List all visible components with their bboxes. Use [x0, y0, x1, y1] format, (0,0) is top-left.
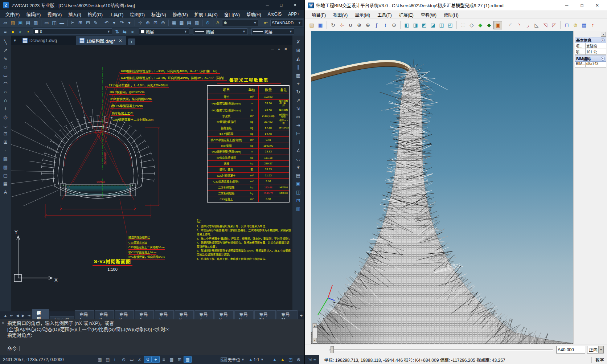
polygon-icon[interactable]: ◇ — [1, 63, 10, 71]
station-slider-track[interactable] — [329, 349, 553, 351]
list-menu-icon[interactable]: ≡ — [313, 358, 316, 362]
close-button[interactable]: ✕ — [289, 1, 301, 9]
zoom-realtime-icon[interactable]: ⊕ — [144, 19, 152, 26]
cut-icon[interactable]: ✂ — [69, 19, 77, 26]
direction-dropdown[interactable]: 正向 ▼ — [587, 346, 604, 353]
mtext-icon[interactable]: A — [1, 188, 10, 196]
maximize-button[interactable]: □ — [575, 1, 589, 10]
view-left-icon[interactable]: ◩ — [420, 21, 428, 29]
prev-layout-icon[interactable]: ◀ — [15, 314, 20, 318]
orbit-icon[interactable]: ↻ — [329, 21, 337, 29]
command-line-panel[interactable]: ✕ 指定窗口的角点，输入比例因子 (nX 或 nXP)，或者[全部(A)/中心(… — [0, 319, 304, 355]
redo-icon[interactable]: ↷ — [118, 19, 126, 26]
layout-expand-icon[interactable]: ▲ — [2, 314, 9, 318]
auto-scale-icon[interactable]: ▲ — [279, 356, 287, 363]
light-icon[interactable]: ⊚ — [571, 21, 580, 29]
station-slider-thumb[interactable] — [331, 346, 334, 353]
snap-icon[interactable]: ▤ — [104, 356, 112, 363]
spline-icon[interactable]: ≀ — [1, 105, 10, 113]
copy-icon[interactable]: ⊞ — [294, 46, 303, 54]
paste-icon[interactable]: ⊟ — [84, 19, 92, 26]
zoom-window-icon[interactable]: ⊡ — [152, 19, 159, 26]
zwcad-menu-10[interactable]: 窗口(W) — [221, 11, 243, 18]
slope-edit-icon[interactable]: ◹ — [541, 21, 550, 29]
bim-menu-4[interactable]: 扩展(E) — [395, 11, 417, 19]
bim-menu-5[interactable]: 查看(W) — [417, 11, 440, 19]
mirror-icon[interactable]: ◭ — [294, 54, 303, 63]
zwcad-menu-5[interactable]: 工具(T) — [106, 11, 127, 18]
open-file-icon[interactable]: ▨ — [9, 19, 17, 26]
road-model-icon[interactable]: ◜ — [506, 21, 515, 29]
ellipse-icon[interactable]: ◎ — [1, 113, 10, 121]
viewport-scrollbar[interactable]: ▲ ▼ — [312, 323, 317, 343]
fillet-icon[interactable]: ◡ — [294, 155, 303, 163]
sheet-icon[interactable]: ▤ — [185, 19, 193, 26]
create-block-icon[interactable]: ⊞ — [1, 138, 10, 146]
grid-icon[interactable]: ▦ — [96, 356, 104, 363]
dyn-ucs-icon[interactable]: + — [152, 356, 160, 363]
unit-selector[interactable]: 0.0 无单位 ▼ — [221, 357, 245, 363]
doc-restore-icon[interactable]: ▫ — [278, 47, 280, 52]
zwcad-menu-8[interactable]: 修改(M) — [169, 11, 191, 18]
move-icon[interactable]: + — [294, 79, 303, 88]
selection-cycling-icon[interactable]: ▦ — [184, 356, 192, 363]
hand-icon[interactable]: ∪ — [346, 21, 355, 29]
bim-menu-2[interactable]: 显示(M) — [351, 11, 374, 19]
scroll-down-icon[interactable]: ▼ — [313, 338, 317, 342]
table-icon[interactable]: ▦ — [170, 19, 178, 26]
ellipse-arc-icon[interactable]: ◡ — [1, 121, 10, 130]
properties-icon[interactable]: ▤ — [294, 171, 303, 180]
zwcad-menu-12[interactable]: ArcGIS — [264, 11, 285, 17]
annotation-scale-selector[interactable]: ▲ 1:1 ▼ — [249, 357, 264, 362]
pan-3d-icon[interactable]: ⊹ — [337, 21, 346, 29]
layer-lock-icon[interactable]: ▪ — [24, 28, 32, 35]
maximize-button[interactable]: □ — [275, 1, 287, 9]
property-value[interactable]: 101 公 — [586, 49, 606, 55]
layer-manager-icon[interactable]: ≡ — [1, 28, 9, 35]
ortho-icon[interactable]: ∟ — [112, 356, 120, 363]
zoom-previous-icon[interactable]: ⊖ — [159, 19, 167, 26]
text-style-combo[interactable]: tk▼ — [222, 20, 258, 26]
extend-icon[interactable]: ⇥ — [294, 121, 303, 130]
trim-icon[interactable]: ✂ — [294, 113, 303, 121]
zwcad-menu-2[interactable]: 视图(V) — [44, 11, 65, 18]
rendered-cube-icon[interactable]: ◆ — [485, 21, 493, 29]
polar-icon[interactable]: ⊙ — [120, 356, 128, 363]
help-icon[interactable]: ⊙ — [204, 19, 212, 26]
break-icon[interactable]: ⊢ — [294, 130, 303, 138]
wireframe-cube-icon[interactable]: ◇ — [467, 21, 476, 29]
osnap-icon[interactable]: ▭ — [128, 356, 136, 363]
point-icon[interactable]: ∙ — [1, 146, 10, 155]
otrack-icon[interactable]: ∠ — [136, 356, 144, 363]
slope-check-icon[interactable]: ◸ — [550, 21, 558, 29]
viewport-icon[interactable]: ◫ — [294, 188, 303, 196]
zwcad-menu-0[interactable]: 文件(F) — [2, 11, 23, 18]
polyline-icon[interactable]: ∿ — [1, 54, 10, 63]
new-tab-button[interactable]: + — [128, 38, 135, 45]
road-edit-icon[interactable]: ◝ — [515, 21, 524, 29]
zoom-extents-icon[interactable]: ⊙ — [390, 21, 398, 29]
last-layout-icon[interactable]: ⇥ — [26, 314, 32, 318]
quick-properties-icon[interactable]: ⊞ — [176, 356, 184, 363]
save-icon[interactable]: ▣ — [17, 19, 24, 26]
bim-menu-6[interactable]: 帮助(H) — [440, 11, 462, 19]
save-project-icon[interactable]: ▣ — [316, 21, 325, 29]
text-style-icon[interactable]: A — [215, 19, 221, 26]
fly-path-icon[interactable]: ∫ — [372, 21, 381, 29]
layer-freeze-icon[interactable]: ◐ — [17, 28, 24, 35]
rotate-icon[interactable]: ↻ — [294, 88, 303, 96]
road-check-icon[interactable]: ◞ — [524, 21, 532, 29]
rectangle-icon[interactable]: ▭ — [1, 71, 10, 79]
elevation-icon[interactable]: ↑ — [588, 21, 597, 29]
construction-line-icon[interactable]: ↗ — [1, 46, 10, 54]
array-icon[interactable]: ▦ — [294, 71, 303, 79]
revision-cloud-icon[interactable]: ∩ — [1, 96, 10, 105]
collapse-icon[interactable]: « — [601, 57, 605, 61]
layer-isolate-icon[interactable]: ≈ — [128, 28, 136, 35]
zoom-select-icon[interactable]: ⊛ — [364, 21, 372, 29]
lineweight-combo[interactable]: 随层▼ — [251, 28, 294, 35]
import-icon[interactable]: ▧ — [193, 19, 201, 26]
layer-states-icon[interactable]: ⇆ — [121, 28, 128, 35]
new-layout-button[interactable]: + — [298, 313, 304, 318]
save-as-icon[interactable]: ▤ — [24, 19, 32, 26]
